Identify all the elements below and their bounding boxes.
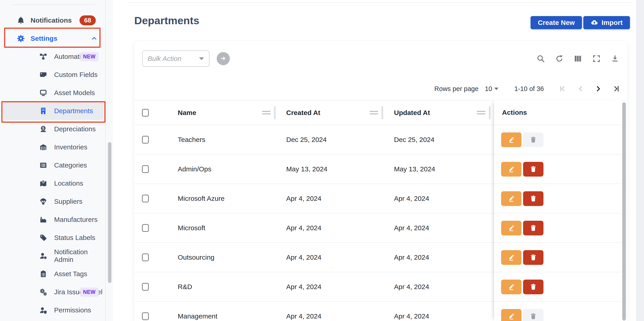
row-checkbox[interactable] bbox=[142, 254, 149, 261]
page-scrollbar-track[interactable] bbox=[636, 0, 644, 321]
last-page-icon[interactable] bbox=[613, 85, 620, 92]
cell-updated-at: Dec 25, 2024 bbox=[382, 136, 434, 144]
sidebar-scrollbar[interactable] bbox=[108, 142, 112, 283]
chevron-down-icon[interactable] bbox=[494, 88, 498, 90]
row-checkbox[interactable] bbox=[142, 195, 149, 202]
cell-created-at: Dec 25, 2024 bbox=[275, 136, 326, 144]
delete-button[interactable] bbox=[523, 132, 544, 147]
sidebar-item-settings[interactable]: Settings bbox=[4, 30, 104, 48]
sidebar-item-departments[interactable]: Departments bbox=[4, 102, 104, 120]
delete-button[interactable] bbox=[523, 309, 544, 321]
row-checkbox[interactable] bbox=[142, 165, 149, 173]
sidebar-item-categories[interactable]: Categories bbox=[4, 156, 104, 174]
sidebar-border bbox=[105, 0, 106, 321]
edit-button[interactable] bbox=[501, 309, 522, 321]
edit-button[interactable] bbox=[501, 280, 522, 294]
download-icon[interactable] bbox=[611, 54, 619, 63]
user-shield-icon bbox=[39, 306, 47, 314]
column-header-updated-at[interactable]: Updated At bbox=[382, 109, 430, 116]
gears-icon bbox=[39, 288, 47, 296]
pagination: Rows per page 10 1-10 of 36 bbox=[434, 82, 620, 96]
column-resize-handle[interactable] bbox=[489, 106, 490, 119]
edit-button[interactable] bbox=[501, 191, 522, 206]
column-menu-icon[interactable] bbox=[477, 111, 486, 114]
prev-page-icon[interactable] bbox=[576, 85, 584, 92]
chevron-up-icon bbox=[91, 35, 98, 42]
row-checkbox[interactable] bbox=[142, 312, 149, 320]
parachute-box-icon bbox=[39, 197, 47, 206]
user-badge-icon bbox=[39, 252, 47, 260]
map-icon bbox=[39, 179, 47, 188]
bulk-action-select[interactable]: Bulk Action bbox=[142, 50, 210, 67]
cell-updated-at: Apr 4, 2024 bbox=[382, 224, 429, 232]
sidebar-item-label: Manufacturers bbox=[54, 216, 98, 224]
cell-updated-at: Apr 4, 2024 bbox=[382, 254, 429, 261]
sidebar-item-notifications[interactable]: Notifications 68 bbox=[4, 11, 104, 30]
sidebar-item-automation[interactable]: Automation NEW bbox=[4, 48, 104, 66]
table-toolbar: Bulk Action bbox=[142, 50, 619, 67]
sidebar-item-status-labels[interactable]: Status Labels bbox=[4, 229, 104, 247]
cell-name: Microsoft bbox=[170, 224, 206, 232]
import-button[interactable]: Import bbox=[583, 16, 630, 29]
row-checkbox[interactable] bbox=[142, 224, 149, 232]
next-page-icon[interactable] bbox=[595, 85, 602, 92]
row-checkbox[interactable] bbox=[142, 283, 149, 291]
rows-per-page-value[interactable]: 10 bbox=[485, 85, 492, 92]
column-header-created-at[interactable]: Created At bbox=[275, 109, 320, 116]
edit-button[interactable] bbox=[501, 132, 522, 147]
sidebar-item-label: Notification Admin bbox=[54, 248, 104, 264]
fullscreen-icon[interactable] bbox=[592, 54, 601, 63]
sidebar-item-manufacturers[interactable]: Manufacturers bbox=[4, 210, 104, 229]
sidebar-item-suppliers[interactable]: Suppliers bbox=[4, 192, 104, 210]
sidebar-item-label: Departments bbox=[54, 107, 93, 115]
sidebar-item-locations[interactable]: Locations bbox=[4, 174, 104, 192]
arrow-right-icon bbox=[220, 55, 227, 63]
cell-updated-at: May 13, 2024 bbox=[382, 165, 435, 173]
columns-icon[interactable] bbox=[574, 54, 582, 63]
sidebar-item-notification-admin[interactable]: Notification Admin bbox=[4, 247, 104, 265]
sidebar-item-inventories[interactable]: Inventories bbox=[4, 138, 104, 156]
first-page-icon[interactable] bbox=[558, 85, 566, 92]
column-menu-icon[interactable] bbox=[262, 111, 270, 114]
row-actions bbox=[494, 125, 620, 154]
edit-button[interactable] bbox=[501, 250, 522, 265]
select-all-checkbox[interactable] bbox=[142, 109, 149, 116]
sidebar-item-permissions[interactable]: Permissions bbox=[4, 301, 104, 319]
cell-created-at: Apr 4, 2024 bbox=[275, 283, 321, 291]
pagination-range: 1-10 of 36 bbox=[514, 85, 544, 92]
delete-button[interactable] bbox=[523, 221, 544, 236]
refresh-icon[interactable] bbox=[555, 54, 564, 63]
factory-icon bbox=[39, 215, 47, 224]
table-scrollbar[interactable] bbox=[622, 102, 626, 320]
delete-button[interactable] bbox=[523, 191, 544, 206]
sidebar-item-custom-fields[interactable]: Custom Fields bbox=[4, 66, 104, 84]
edit-button[interactable] bbox=[501, 162, 522, 176]
sidebar-item-label: Suppliers bbox=[54, 198, 82, 205]
sidebar-item-asset-tags[interactable]: Asset Tags bbox=[4, 265, 104, 283]
sidebar-item-label: Status Labels bbox=[54, 234, 95, 242]
custom-fields-icon bbox=[39, 70, 47, 79]
column-header-name[interactable]: Name bbox=[170, 109, 196, 116]
sidebar-item-label: Settings bbox=[30, 35, 57, 42]
actions-column: Actions bbox=[494, 100, 620, 321]
delete-button[interactable] bbox=[523, 162, 544, 176]
new-badge: NEW bbox=[80, 52, 98, 61]
search-icon[interactable] bbox=[536, 54, 545, 63]
column-menu-icon[interactable] bbox=[370, 111, 378, 114]
delete-button[interactable] bbox=[523, 250, 544, 265]
bulk-action-go-button[interactable] bbox=[217, 52, 230, 65]
create-new-button[interactable]: Create New bbox=[530, 16, 582, 29]
page-title: Departments bbox=[134, 14, 199, 27]
sidebar-item-label: Locations bbox=[54, 180, 83, 187]
cell-created-at: May 13, 2024 bbox=[275, 165, 328, 173]
sidebar-item-depreciations[interactable]: $ Depreciations bbox=[4, 120, 104, 138]
departments-card: Bulk Action Rows per page 10 1 bbox=[134, 41, 627, 321]
bell-icon bbox=[16, 16, 25, 25]
sidebar-item-asset-models[interactable]: Asset Models bbox=[4, 84, 104, 102]
delete-button[interactable] bbox=[523, 280, 544, 294]
edit-button[interactable] bbox=[501, 221, 522, 236]
row-checkbox[interactable] bbox=[142, 136, 149, 144]
sidebar-item-jira-issue-panel[interactable]: Jira Issue Panel NEW bbox=[4, 283, 104, 301]
column-header-actions: Actions bbox=[502, 109, 527, 116]
rows-per-page-label: Rows per page bbox=[434, 85, 478, 92]
